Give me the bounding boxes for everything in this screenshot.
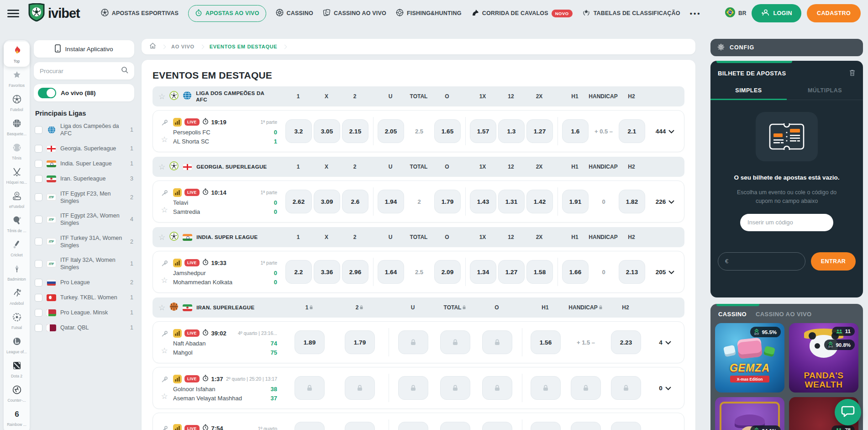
brand-logo[interactable]: ivibet [28,3,80,23]
league-item-georgia[interactable]: Georgia. Superleague 1 [34,141,134,156]
odd-button-h2[interactable]: 2.13 [619,260,645,284]
pin-icon[interactable] [161,425,168,430]
odd-button-h2[interactable]: 2.23 [611,330,641,354]
home-icon[interactable] [149,42,156,51]
nav-live[interactable]: APOSTAS AO VIVO [188,5,266,22]
rail-item-tenis[interactable]: Tênis [4,139,30,164]
checkbox[interactable] [35,260,42,268]
odd-button-under[interactable]: 1.64 [378,260,404,284]
odd-button-1x[interactable]: 1.34 [470,260,496,284]
odd-button-over[interactable]: 1.65 [434,119,461,143]
pin-icon[interactable] [161,260,168,269]
away-team[interactable]: Mahgol [173,349,193,356]
odd-button-over-locked[interactable] [482,376,512,400]
odd-button-1x[interactable]: 1.43 [470,190,496,213]
nav-rankings[interactable]: TABELAS DE CLASSIFICAÇÃO [582,9,680,18]
odd-button[interactable] [398,422,428,430]
odd-button-1[interactable]: 2.2 [285,260,312,284]
odd-button-12[interactable]: 1.27 [498,260,525,284]
odd-button[interactable] [611,422,641,430]
favorite-star-icon[interactable]: ☆ [158,304,165,312]
pin-icon[interactable] [161,376,168,385]
odd-button-h2[interactable]: 1.82 [619,190,645,213]
away-team[interactable]: AL Shorta SC [173,138,209,145]
rail-item-basquete[interactable]: Basquete... [4,115,30,139]
nav-casino[interactable]: CASSINO [276,9,313,18]
favorite-star-icon[interactable]: ☆ [161,136,168,143]
league-name[interactable]: LIGA DOS CAMPEÕES DA AFC [196,90,273,103]
config-button[interactable]: CONFIG [710,39,863,56]
rail-item-dota2[interactable]: Dota 2 [4,357,30,382]
odd-button-h1[interactable]: 1.91 [562,190,589,213]
odd-button-2x[interactable]: 1.42 [526,190,553,213]
rail-item-efutebol[interactable]: eFutebol [4,188,30,212]
odd-button-2[interactable]: 2.15 [342,119,368,143]
rail-item-badminton[interactable]: Badminton [4,260,30,285]
checkbox[interactable] [35,294,42,302]
odd-button-over[interactable]: 1.79 [434,190,461,213]
odd-button-1[interactable]: 2.62 [285,190,312,213]
checkbox[interactable] [35,324,42,332]
game-card-gemza[interactable]: RTP 95.5% GEMZA X-mas Edition [715,323,784,393]
odd-button-2[interactable]: 1.79 [345,330,375,354]
language-selector[interactable]: BR [725,7,746,19]
favorite-star-icon[interactable]: ☆ [161,276,168,284]
odd-button-12[interactable]: 1.31 [498,190,525,213]
place-bet-button[interactable]: ENTRAR [811,252,856,271]
checkbox[interactable] [35,279,42,287]
markets-count-button[interactable]: 0 [659,385,671,392]
odd-button-2[interactable]: 2.6 [342,190,368,213]
checkbox[interactable] [35,175,42,183]
stats-icon[interactable] [173,424,182,430]
live-chat-button[interactable] [835,399,861,425]
rail-item-cricket[interactable]: Cricket [4,236,30,260]
stats-icon[interactable] [173,329,182,338]
favorite-star-icon[interactable]: ☆ [158,163,165,171]
checkbox[interactable] [35,238,42,245]
coupon-code-input[interactable] [747,219,826,226]
checkbox[interactable] [35,309,42,317]
league-name[interactable]: INDIA. SUPER LEAGUE [196,234,258,240]
odd-button-h1[interactable]: 1.6 [562,119,589,143]
odd-button-x[interactable]: 3.09 [314,190,340,213]
odd-button-over[interactable]: 2.09 [434,260,461,284]
rail-item-rainbow-six[interactable]: 6 Rainbow ... [4,406,30,430]
markets-count-button[interactable]: 444 [656,128,675,135]
checkbox[interactable] [35,145,42,153]
odd-button-1x[interactable]: 1.57 [470,119,496,143]
tab-cassino[interactable]: CASSINO [718,311,747,318]
odd-button[interactable] [531,422,561,430]
odd-button-2[interactable]: 2.96 [342,260,368,284]
home-team[interactable]: Telavi [173,199,188,206]
stats-icon[interactable] [173,259,182,267]
favorite-star-icon[interactable]: ☆ [158,234,165,241]
odd-button-2x[interactable]: 1.27 [526,119,553,143]
pin-icon[interactable] [161,119,168,128]
league-item-pro-league-minsk[interactable]: Pro League. Minsk 1 [34,305,134,320]
odd-button-x[interactable]: 3.05 [314,119,340,143]
odd-button[interactable] [482,422,512,430]
rail-item-favoritos[interactable]: Favoritos [4,67,30,91]
live-toggle[interactable] [38,88,56,98]
markets-count-button[interactable]: 4 [659,339,671,346]
stats-icon[interactable] [173,188,182,197]
game-card-3[interactable]: RTP 94.1% [715,397,784,430]
league-item-iran[interactable]: Iran. Superleague 3 [34,171,134,186]
league-name[interactable]: IRAN. SUPERLEAGUE [196,304,254,311]
nav-fishing-hunting[interactable]: FISHING&HUNTING [396,9,462,18]
odd-button-under[interactable]: 1.94 [378,190,404,213]
rail-item-hoquei[interactable]: Hóquei no... [4,164,30,188]
markets-count-button[interactable]: 226 [656,198,675,205]
odd-button-over-locked[interactable] [482,330,512,354]
breadcrumb-live[interactable]: AO VIVO [171,44,195,49]
league-item-qatar-qbl[interactable]: Qatar. QBL 1 [34,320,134,335]
rail-item-tenis-de-mesa[interactable]: Tênis de ... [4,212,30,236]
stats-icon[interactable] [173,118,182,127]
odd-button-h2-locked[interactable] [611,376,641,400]
pin-icon[interactable] [161,330,168,339]
league-item-itf-turkey[interactable]: ITF ITF Turkey 31A, Women Singles 2 [34,231,134,253]
signup-button[interactable]: CADASTRO [807,4,861,22]
pin-icon[interactable] [161,190,168,198]
league-item-india[interactable]: India. Super League 1 [34,156,134,171]
home-team[interactable]: Persepolis FC [173,129,210,136]
